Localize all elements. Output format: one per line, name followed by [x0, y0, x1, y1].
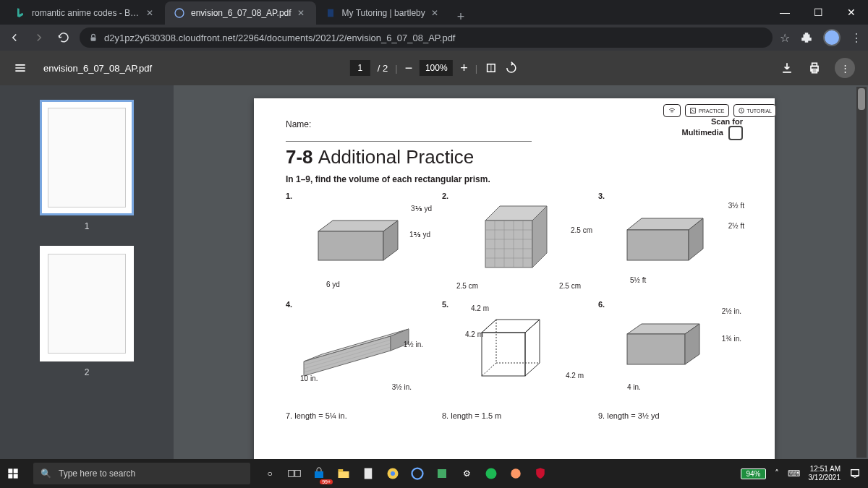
back-button[interactable] [6, 29, 23, 46]
problem-3: 3. 3½ ft 2½ ft 5½ ft [598, 192, 743, 293]
svg-point-54 [412, 468, 423, 479]
cube-outline-figure [467, 311, 561, 390]
problem-9: 9. length = 3½ yd [598, 411, 743, 420]
tutorial-badge: TUTORIAL [733, 104, 777, 117]
browser-tab-3[interactable]: My Tutoring | bartleby ✕ [316, 1, 450, 25]
vertical-scrollbar[interactable] [856, 87, 867, 458]
name-blank-line [286, 132, 532, 142]
more-button[interactable]: ⋮ [835, 58, 855, 78]
thumbnail-sidebar: 1 2 [0, 85, 174, 459]
svg-rect-40 [627, 334, 685, 364]
svg-rect-45 [14, 474, 18, 479]
bartleby-icon [325, 7, 336, 19]
svg-marker-34 [525, 320, 540, 376]
maximize-button[interactable]: ☐ [801, 7, 835, 18]
page-current-input[interactable]: 1 [350, 60, 370, 76]
window-controls: — ☐ ✕ [768, 0, 868, 25]
download-icon[interactable] [780, 61, 794, 75]
multimedia-icon [728, 126, 743, 140]
thumbnail-page-1[interactable] [40, 100, 134, 215]
svg-rect-33 [482, 333, 525, 376]
svg-line-37 [482, 363, 496, 376]
zoom-in-button[interactable]: + [460, 61, 468, 76]
star-icon[interactable]: ☆ [780, 31, 790, 45]
edge-icon[interactable] [408, 464, 427, 483]
worksheet-title: 7-8 Additional Practice [286, 146, 681, 168]
tab-title: My Tutoring | bartleby [342, 8, 425, 18]
svg-point-57 [511, 468, 521, 479]
prism-figure [304, 210, 412, 275]
notifications-icon[interactable] [849, 468, 861, 479]
svg-rect-10 [318, 231, 383, 260]
profile-avatar[interactable] [823, 29, 841, 46]
app-icon[interactable] [506, 464, 525, 483]
windows-taskbar: 🔍 Type here to search ○ ⚙ 94% ˄ ⌨ 12:51 … [0, 459, 868, 488]
menu-icon[interactable]: ⋮ [851, 31, 862, 45]
search-icon: 🔍 [41, 468, 51, 479]
zoom-level[interactable]: 100% [420, 60, 453, 76]
file-explorer-icon[interactable] [334, 464, 353, 483]
svg-rect-2 [91, 37, 96, 40]
battery-indicator[interactable]: 94% [741, 468, 765, 479]
search-placeholder: Type here to search [59, 468, 135, 479]
app-icon[interactable] [359, 464, 378, 483]
scan-for-multimedia: Scan for Multimedia [681, 117, 743, 140]
url-text: d2y1pz2y630308.cloudfront.net/22964/docu… [104, 33, 455, 43]
document-scroll-area[interactable]: PRACTICE TUTORIAL Name: 7-8 Additional P… [174, 85, 868, 459]
svg-rect-58 [851, 470, 859, 476]
start-button[interactable] [7, 468, 33, 479]
svg-point-56 [486, 468, 497, 479]
forward-button[interactable] [30, 29, 48, 46]
problem-7: 7. length = 5¼ in. [286, 411, 430, 420]
print-icon[interactable] [807, 61, 822, 75]
problem-6: 6. 2½ in. 1¾ in. 4 in. [598, 300, 743, 401]
spotify-icon[interactable] [482, 464, 501, 483]
svg-rect-48 [315, 471, 323, 478]
problem-4: 4. 1½ in. 3½ in. [286, 300, 430, 401]
minimize-button[interactable]: — [768, 7, 801, 18]
svg-rect-51 [365, 468, 373, 479]
cortana-icon[interactable]: ○ [260, 464, 279, 483]
taskbar-search[interactable]: 🔍 Type here to search [33, 463, 250, 484]
svg-marker-32 [482, 320, 540, 333]
svg-rect-5 [812, 63, 817, 66]
browser-tab-2[interactable]: envision_6_07_08_AP.pdf ✕ [165, 1, 316, 25]
settings-icon[interactable]: ⚙ [457, 464, 476, 483]
close-icon[interactable]: ✕ [431, 8, 441, 18]
zoom-out-button[interactable]: − [405, 61, 413, 76]
store-icon[interactable] [310, 464, 328, 483]
close-icon[interactable]: ✕ [146, 8, 156, 18]
rotate-icon[interactable] [505, 61, 518, 74]
problem-5: 5. 4.2 m 4 [442, 300, 587, 401]
reload-button[interactable] [55, 29, 72, 46]
pdf-viewer: 1 2 PRACTICE TUTORIAL Name: 7-8 Addition… [0, 85, 868, 459]
clock[interactable]: 12:51 AM 3/12/2021 [809, 465, 841, 482]
chrome-icon[interactable] [383, 464, 402, 483]
task-view-icon[interactable] [285, 464, 304, 483]
tab-title: envision_6_07_08_AP.pdf [191, 8, 292, 18]
hamburger-icon[interactable] [13, 61, 27, 75]
new-tab-button[interactable]: + [450, 9, 472, 25]
svg-point-53 [391, 471, 395, 476]
fit-page-icon[interactable] [485, 61, 498, 74]
prism-figure [616, 210, 725, 275]
thumbnail-page-2[interactable] [40, 246, 134, 361]
keyboard-icon[interactable]: ⌨ [788, 468, 800, 479]
practice-badge: PRACTICE [685, 104, 728, 117]
svg-rect-42 [8, 468, 12, 473]
problems-grid: 1. 3⅓ yd 1⅔ yd 6 yd [286, 192, 743, 401]
mcafee-icon[interactable] [531, 464, 550, 483]
thumb-label: 2 [85, 367, 90, 377]
wifi-badge [663, 104, 681, 117]
address-bar[interactable]: d2y1pz2y630308.cloudfront.net/22964/docu… [80, 27, 773, 48]
svg-rect-24 [627, 230, 689, 260]
app-icon[interactable] [433, 464, 451, 483]
svg-rect-43 [14, 468, 18, 473]
tab-title: romantic anime codes - Bing [32, 8, 140, 18]
extensions-icon[interactable] [800, 31, 813, 44]
close-window-button[interactable]: ✕ [835, 7, 868, 18]
bing-icon [14, 7, 26, 19]
tray-chevron-icon[interactable]: ˄ [775, 468, 779, 479]
browser-tab-1[interactable]: romantic anime codes - Bing ✕ [6, 1, 165, 25]
close-icon[interactable]: ✕ [297, 8, 307, 18]
